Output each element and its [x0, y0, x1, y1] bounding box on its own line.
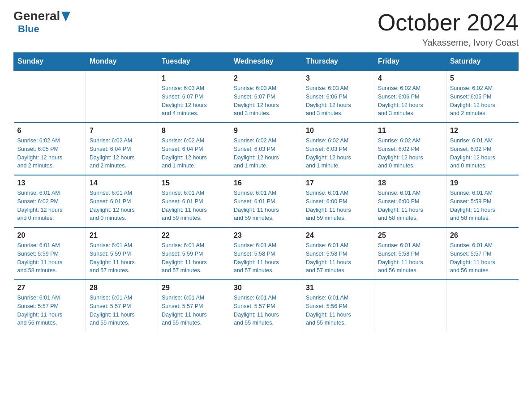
- day-number: 8: [162, 127, 226, 135]
- calendar-cell: 8Sunrise: 6:02 AM Sunset: 6:04 PM Daylig…: [158, 123, 230, 175]
- calendar-header: SundayMondayTuesdayWednesdayThursdayFrid…: [14, 53, 519, 71]
- day-info: Sunrise: 6:01 AM Sunset: 5:59 PM Dayligh…: [90, 241, 154, 275]
- day-header-tuesday: Tuesday: [158, 53, 230, 71]
- day-info: Sunrise: 6:01 AM Sunset: 6:00 PM Dayligh…: [378, 189, 442, 223]
- calendar-week-3: 13Sunrise: 6:01 AM Sunset: 6:02 PM Dayli…: [14, 175, 519, 227]
- calendar-cell: 29Sunrise: 6:01 AM Sunset: 5:57 PM Dayli…: [158, 280, 230, 332]
- calendar-cell: 10Sunrise: 6:02 AM Sunset: 6:03 PM Dayli…: [302, 123, 374, 175]
- day-info: Sunrise: 6:01 AM Sunset: 5:58 PM Dayligh…: [378, 241, 442, 275]
- day-header-sunday: Sunday: [14, 53, 86, 71]
- day-number: 21: [90, 231, 154, 240]
- day-number: 27: [17, 284, 82, 292]
- day-header-saturday: Saturday: [446, 53, 519, 71]
- day-info: Sunrise: 6:01 AM Sunset: 5:59 PM Dayligh…: [162, 241, 226, 275]
- day-number: 25: [378, 231, 442, 240]
- calendar-cell: 18Sunrise: 6:01 AM Sunset: 6:00 PM Dayli…: [374, 175, 446, 227]
- calendar-body: 1Sunrise: 6:03 AM Sunset: 6:07 PM Daylig…: [14, 70, 519, 332]
- day-number: 1: [162, 74, 226, 82]
- day-info: Sunrise: 6:01 AM Sunset: 5:57 PM Dayligh…: [17, 294, 82, 327]
- day-number: 12: [450, 127, 515, 135]
- day-number: 22: [162, 231, 226, 240]
- day-number: 3: [306, 74, 370, 82]
- day-info: Sunrise: 6:01 AM Sunset: 5:58 PM Dayligh…: [306, 241, 370, 275]
- calendar-cell: 22Sunrise: 6:01 AM Sunset: 5:59 PM Dayli…: [158, 227, 230, 280]
- calendar-title: October 2024: [378, 9, 519, 36]
- calendar-cell: 4Sunrise: 6:02 AM Sunset: 6:06 PM Daylig…: [374, 70, 446, 123]
- day-number: 15: [162, 179, 226, 187]
- day-number: 26: [450, 231, 515, 240]
- day-info: Sunrise: 6:01 AM Sunset: 5:57 PM Dayligh…: [450, 241, 515, 275]
- calendar-week-1: 1Sunrise: 6:03 AM Sunset: 6:07 PM Daylig…: [14, 70, 519, 123]
- calendar-cell: 3Sunrise: 6:03 AM Sunset: 6:06 PM Daylig…: [302, 70, 374, 123]
- day-header-friday: Friday: [374, 53, 446, 71]
- day-info: Sunrise: 6:01 AM Sunset: 5:57 PM Dayligh…: [162, 294, 226, 327]
- day-info: Sunrise: 6:03 AM Sunset: 6:07 PM Dayligh…: [234, 84, 298, 118]
- calendar-cell: 25Sunrise: 6:01 AM Sunset: 5:58 PM Dayli…: [374, 227, 446, 280]
- day-header-thursday: Thursday: [302, 53, 374, 71]
- logo-triangle-icon: [61, 12, 70, 21]
- day-info: Sunrise: 6:01 AM Sunset: 6:01 PM Dayligh…: [90, 189, 154, 223]
- day-info: Sunrise: 6:01 AM Sunset: 6:01 PM Dayligh…: [162, 189, 226, 223]
- calendar-cell: [374, 280, 446, 332]
- header: General Blue October 2024 Yakasseme, Ivo…: [13, 9, 519, 48]
- day-number: 13: [17, 179, 82, 187]
- day-number: 7: [90, 127, 154, 135]
- calendar-week-5: 27Sunrise: 6:01 AM Sunset: 5:57 PM Dayli…: [14, 280, 519, 332]
- day-info: Sunrise: 6:02 AM Sunset: 6:05 PM Dayligh…: [17, 137, 82, 170]
- calendar-cell: [446, 280, 519, 332]
- day-info: Sunrise: 6:01 AM Sunset: 5:59 PM Dayligh…: [450, 189, 515, 223]
- day-info: Sunrise: 6:02 AM Sunset: 6:05 PM Dayligh…: [450, 84, 515, 118]
- day-info: Sunrise: 6:02 AM Sunset: 6:04 PM Dayligh…: [162, 137, 226, 170]
- calendar-cell: 17Sunrise: 6:01 AM Sunset: 6:00 PM Dayli…: [302, 175, 374, 227]
- day-header-monday: Monday: [86, 53, 158, 71]
- day-number: 20: [17, 231, 82, 240]
- day-number: 16: [234, 179, 298, 187]
- calendar-cell: 21Sunrise: 6:01 AM Sunset: 5:59 PM Dayli…: [86, 227, 158, 280]
- calendar-cell: 6Sunrise: 6:02 AM Sunset: 6:05 PM Daylig…: [14, 123, 86, 175]
- day-number: 9: [234, 127, 298, 135]
- day-info: Sunrise: 6:01 AM Sunset: 5:58 PM Dayligh…: [234, 241, 298, 275]
- day-number: 31: [306, 284, 370, 292]
- day-info: Sunrise: 6:01 AM Sunset: 5:57 PM Dayligh…: [234, 294, 298, 327]
- day-number: 29: [162, 284, 226, 292]
- calendar-cell: 9Sunrise: 6:02 AM Sunset: 6:03 PM Daylig…: [230, 123, 302, 175]
- calendar-cell: 15Sunrise: 6:01 AM Sunset: 6:01 PM Dayli…: [158, 175, 230, 227]
- day-number: 30: [234, 284, 298, 292]
- title-area: October 2024 Yakasseme, Ivory Coast: [378, 9, 519, 48]
- logo-general-text: General: [13, 9, 60, 23]
- day-number: 10: [306, 127, 370, 135]
- day-info: Sunrise: 6:02 AM Sunset: 6:04 PM Dayligh…: [90, 137, 154, 170]
- calendar-subtitle: Yakasseme, Ivory Coast: [378, 38, 519, 48]
- logo-blue-text: Blue: [18, 23, 39, 34]
- calendar-cell: [86, 70, 158, 123]
- calendar-cell: 11Sunrise: 6:02 AM Sunset: 6:02 PM Dayli…: [374, 123, 446, 175]
- day-info: Sunrise: 6:01 AM Sunset: 6:00 PM Dayligh…: [306, 189, 370, 223]
- day-info: Sunrise: 6:03 AM Sunset: 6:07 PM Dayligh…: [162, 84, 226, 118]
- calendar-cell: 23Sunrise: 6:01 AM Sunset: 5:58 PM Dayli…: [230, 227, 302, 280]
- day-info: Sunrise: 6:01 AM Sunset: 6:02 PM Dayligh…: [450, 137, 515, 170]
- calendar-cell: 31Sunrise: 6:01 AM Sunset: 5:56 PM Dayli…: [302, 280, 374, 332]
- calendar-cell: 2Sunrise: 6:03 AM Sunset: 6:07 PM Daylig…: [230, 70, 302, 123]
- day-number: 11: [378, 127, 442, 135]
- day-number: 24: [306, 231, 370, 240]
- day-number: 6: [17, 127, 82, 135]
- calendar-cell: 19Sunrise: 6:01 AM Sunset: 5:59 PM Dayli…: [446, 175, 519, 227]
- day-info: Sunrise: 6:02 AM Sunset: 6:03 PM Dayligh…: [306, 137, 370, 170]
- calendar-week-2: 6Sunrise: 6:02 AM Sunset: 6:05 PM Daylig…: [14, 123, 519, 175]
- calendar-cell: 5Sunrise: 6:02 AM Sunset: 6:05 PM Daylig…: [446, 70, 519, 123]
- day-info: Sunrise: 6:01 AM Sunset: 6:02 PM Dayligh…: [17, 189, 82, 223]
- day-header-wednesday: Wednesday: [230, 53, 302, 71]
- day-number: 19: [450, 179, 515, 187]
- day-info: Sunrise: 6:02 AM Sunset: 6:06 PM Dayligh…: [378, 84, 442, 118]
- day-info: Sunrise: 6:01 AM Sunset: 6:01 PM Dayligh…: [234, 189, 298, 223]
- day-info: Sunrise: 6:01 AM Sunset: 5:56 PM Dayligh…: [306, 294, 370, 327]
- calendar-cell: 7Sunrise: 6:02 AM Sunset: 6:04 PM Daylig…: [86, 123, 158, 175]
- day-number: 2: [234, 74, 298, 82]
- calendar-table: SundayMondayTuesdayWednesdayThursdayFrid…: [13, 52, 519, 332]
- day-info: Sunrise: 6:01 AM Sunset: 5:57 PM Dayligh…: [90, 294, 154, 327]
- day-number: 28: [90, 284, 154, 292]
- logo: General Blue: [13, 9, 70, 35]
- day-number: 23: [234, 231, 298, 240]
- day-info: Sunrise: 6:02 AM Sunset: 6:03 PM Dayligh…: [234, 137, 298, 170]
- svg-marker-0: [61, 12, 70, 21]
